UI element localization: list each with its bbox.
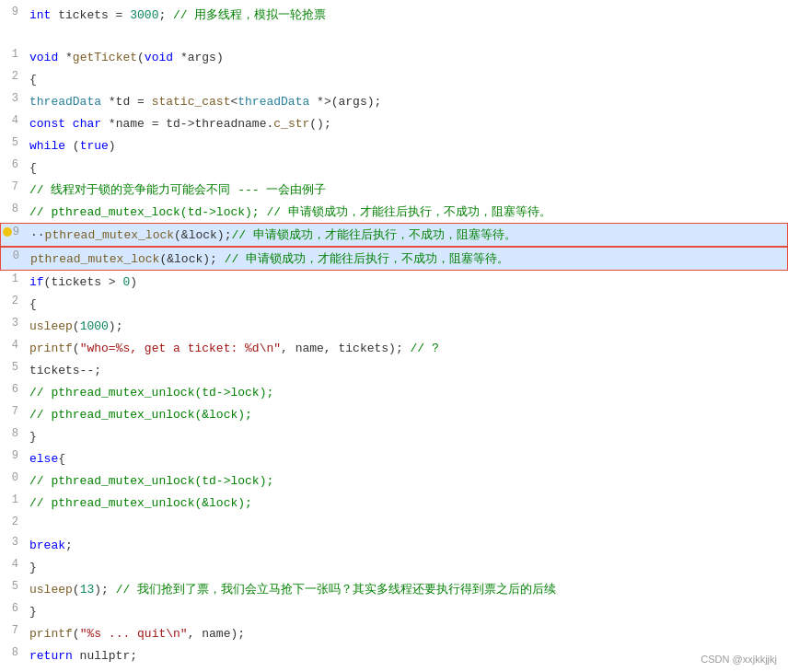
token-plain: nullptr; — [73, 649, 137, 663]
line-number: 8 — [0, 644, 26, 659]
code-line: 9 ··pthread_mutex_lock(&lock);// 申请锁成功，才… — [0, 223, 788, 247]
token-fn: pthread_mutex_lock — [45, 228, 174, 242]
token-plain: ; — [65, 539, 73, 552]
token-num: 3000 — [130, 8, 158, 22]
token-comment: // pthread_mutex_unlock(td->lock); — [29, 386, 273, 400]
token-plain: tickets = — [51, 8, 130, 22]
code-line: 4 const char *name = td->threadname.c_st… — [0, 112, 788, 134]
token-plain: } — [29, 605, 37, 619]
line-content: printf("%s ... quit\n", name); — [26, 622, 788, 644]
code-line: 3 usleep(1000); — [0, 315, 788, 337]
code-line: 6 // pthread_mutex_unlock(td->lock); — [0, 381, 788, 403]
token-type: threadData — [238, 95, 309, 109]
token-plain: * — [58, 51, 73, 64]
line-content: // 线程对于锁的竞争能力可能会不同 --- 一会由例子 — [26, 179, 788, 201]
token-fn: usleep — [29, 583, 73, 597]
line-number: 2 — [0, 514, 26, 528]
line-number: 0 — [0, 469, 26, 484]
token-plain: { — [29, 297, 37, 311]
line-content: while (true) — [26, 134, 788, 156]
line-number: 3 — [0, 534, 26, 549]
code-line: 6 } — [0, 600, 788, 622]
line-number: 4 — [0, 556, 26, 571]
line-number: 7 — [0, 403, 26, 418]
line-content: } — [26, 600, 788, 622]
token-kw: void — [145, 51, 173, 64]
token-plain: ( — [73, 627, 80, 641]
line-number: 7 — [0, 179, 26, 193]
line-content: return nullptr; — [26, 644, 788, 666]
token-comment-cn: // 申请锁成功，才能往后执行，不成功，阻塞等待。 — [225, 252, 509, 266]
line-content: const char *name = td->threadname.c_str(… — [26, 112, 788, 134]
line-content: { — [26, 156, 788, 179]
line-content: // pthread_mutex_lock(td->lock); // 申请锁成… — [26, 201, 788, 223]
token-plain: { — [29, 161, 37, 175]
line-content: pthread_mutex_lock(&lock); // 申请锁成功，才能往后… — [27, 248, 787, 270]
line-number: 6 — [0, 381, 26, 396]
token-str: "%s ... quit\n" — [80, 627, 188, 641]
line-number: 5 — [0, 578, 26, 593]
token-kw: else — [29, 452, 58, 466]
line-number: 0 — [1, 248, 27, 262]
token-plain: , name, tickets); — [281, 342, 410, 355]
line-number: 6 — [0, 600, 26, 615]
line-content: tickets--; — [26, 359, 788, 381]
code-line: 6 { — [0, 156, 788, 179]
code-line: 3 threadData *td = static_cast<threadDat… — [0, 90, 788, 112]
code-line: 1 // pthread_mutex_unlock(&lock); — [0, 492, 788, 514]
token-comment-cn: // 我们抢到了票，我们会立马抢下一张吗？其实多线程还要执行得到票之后的后续 — [116, 583, 556, 597]
watermark: CSDN @xxjkkjjkj — [701, 654, 777, 665]
line-content — [26, 514, 788, 516]
token-comment: // pthread_mutex_unlock(td->lock); — [29, 474, 273, 488]
line-content: threadData *td = static_cast<threadData … — [26, 90, 788, 112]
token-comment: // ? — [411, 342, 439, 355]
line-content: // pthread_mutex_unlock(&lock); — [26, 403, 788, 425]
token-plain: { — [58, 452, 65, 466]
token-plain: ) — [109, 139, 116, 153]
token-plain: tickets--; — [29, 364, 101, 377]
line-number: 1 — [0, 492, 26, 506]
line-number: 9 — [0, 447, 26, 462]
token-plain: *>(args); — [309, 95, 381, 109]
code-line: 2 — [0, 514, 788, 534]
code-line: 8 } — [0, 425, 788, 447]
code-line: 8 // pthread_mutex_lock(td->lock); // 申请… — [0, 201, 788, 223]
token-plain: *name = td->threadname. — [101, 117, 273, 131]
code-line: 3 break; — [0, 534, 788, 556]
breakpoint-dot — [3, 227, 12, 237]
code-line: 2{ — [0, 68, 788, 90]
token-plain: ); — [94, 583, 115, 597]
token-plain: *td = — [101, 95, 152, 109]
code-line: 5 tickets--; — [0, 359, 788, 381]
token-plain: ( — [73, 319, 80, 333]
token-fn: usleep — [29, 319, 73, 333]
code-line: 9int tickets = 3000; // 用多线程，模拟一轮抢票 — [0, 4, 788, 26]
token-comment-cn: // 申请锁成功，才能往后执行，不成功，阻塞等待。 — [231, 228, 516, 242]
line-content: } — [26, 425, 788, 447]
token-kw: while — [29, 139, 65, 153]
code-area: 9int tickets = 3000; // 用多线程，模拟一轮抢票1void… — [0, 0, 788, 670]
line-content: break; — [26, 534, 788, 556]
line-content: printf("who=%s, get a ticket: %d\n", nam… — [26, 337, 788, 359]
token-comment-cn: // 用多线程，模拟一轮抢票 — [173, 8, 326, 22]
line-number: 5 — [0, 359, 26, 374]
line-content: { — [26, 68, 788, 90]
line-content: usleep(1000); — [26, 315, 788, 337]
code-line: 4 } — [0, 556, 788, 578]
line-number: 6 — [0, 156, 26, 171]
token-plain: ( — [73, 342, 80, 355]
token-plain: ( — [73, 583, 80, 597]
line-content: void *getTicket(void *args) — [26, 46, 788, 68]
code-line: 7 // pthread_mutex_unlock(&lock); — [0, 403, 788, 425]
token-str: "who=%s, get a ticket: %d\n" — [80, 342, 281, 355]
token-plain: (&lock); — [174, 228, 231, 242]
token-fn: getTicket — [73, 51, 137, 64]
code-line: 9 else{ — [0, 447, 788, 469]
token-kw: int — [29, 8, 51, 22]
token-kw: true — [80, 139, 109, 153]
line-number: 2 — [0, 68, 26, 83]
code-line: 1 if(tickets > 0) — [0, 271, 788, 293]
line-content: ··pthread_mutex_lock(&lock);// 申请锁成功，才能往… — [27, 224, 787, 246]
token-kw: break — [29, 539, 65, 552]
line-number: 4 — [0, 337, 26, 352]
